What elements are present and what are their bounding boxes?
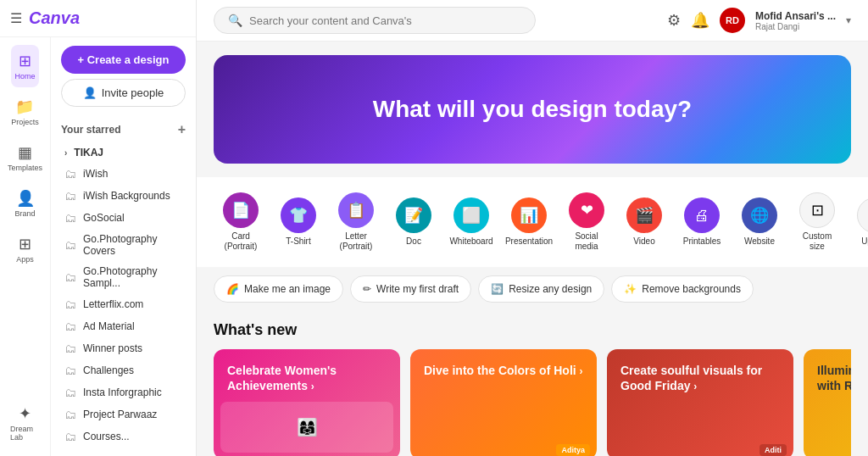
folder-icon: 🗂 (64, 167, 76, 181)
user-chevron-icon[interactable]: ▾ (846, 14, 851, 26)
promo-badge: Aditya (556, 444, 590, 456)
sidebar-item-projects[interactable]: 📁 Projects (8, 91, 42, 133)
folder-label: Project Parwaaz (83, 409, 157, 420)
design-type-upload[interactable]: ☁ Upload (848, 192, 868, 252)
folder-icon: 🗂 (64, 211, 76, 225)
action-buttons: 🌈 Make me an image ✏ Write my first draf… (197, 267, 868, 311)
sidebar-item-dreamlab-label: Dream Lab (10, 425, 40, 442)
promo-card-title: Celebrate Women's Achievements › (227, 363, 387, 394)
sidebar-nav: ⊞ Home 📁 Projects ▦ Templates 👤 Brand ⊞ … (0, 37, 51, 456)
resize-button[interactable]: 🔄 Resize any design (478, 275, 604, 303)
design-type-custom-size[interactable]: ⊡ Custom size (790, 187, 844, 257)
brand-icon: 👤 (16, 189, 35, 208)
design-type-card[interactable]: 📄 Card (Portrait) (214, 187, 268, 257)
presentation-label: Presentation (505, 236, 553, 247)
folder-item-gophotography-sample[interactable]: 🗂 Go.Photography Sampl... (61, 261, 186, 293)
whats-new-title: What's new (214, 321, 851, 339)
promo-card-holi[interactable]: Dive into the Colors of Holi › Aditya (410, 349, 597, 456)
whiteboard-label: Whiteboard (449, 236, 492, 247)
folder-item-gophotography[interactable]: 🗂 Go.Photography Covers (61, 229, 186, 261)
folder-icon: 🗂 (64, 189, 76, 203)
video-label: Video (633, 236, 654, 247)
whiteboard-icon: ⬜ (453, 197, 489, 233)
create-design-button[interactable]: + Create a design (61, 46, 186, 74)
folder-item-letterflix[interactable]: 🗂 Letterflix.com (61, 293, 186, 315)
make-image-button[interactable]: 🌈 Make me an image (214, 275, 343, 303)
folder-list-panel: + Create a design 👤 Invite people Your s… (51, 37, 196, 456)
search-bar[interactable]: 🔍 (214, 7, 536, 34)
sidebar-item-apps[interactable]: ⊞ Apps (13, 228, 37, 270)
design-type-doc[interactable]: 📝 Doc (387, 192, 441, 252)
promo-card-womens[interactable]: Celebrate Women's Achievements › 👩‍👩‍👧 (214, 349, 400, 456)
search-icon: 🔍 (228, 14, 242, 27)
sidebar-buttons: + Create a design 👤 Invite people (51, 37, 196, 115)
notifications-icon[interactable]: 🔔 (691, 11, 709, 30)
folder-item-ad-material[interactable]: 🗂 Ad Material (61, 315, 186, 337)
letter-icon: 📋 (338, 192, 374, 228)
add-starred-button[interactable]: + (178, 122, 186, 137)
folder-item-challenges[interactable]: 🗂 Challenges (61, 359, 186, 381)
hero-banner: What will you design today? (214, 55, 851, 164)
promo-cards-row: Celebrate Women's Achievements › 👩‍👩‍👧 D… (214, 349, 851, 456)
promo-card-preview: 👩‍👩‍👧 (220, 402, 393, 453)
sidebar-item-dreamlab[interactable]: ✦ Dream Lab (7, 398, 43, 448)
avatar: RD (720, 8, 745, 33)
design-type-social-media[interactable]: ❤ Social media (559, 187, 614, 257)
folder-item-gosocial[interactable]: 🗂 GoSocial (61, 207, 186, 229)
folder-item-project-parwaaz[interactable]: 🗂 Project Parwaaz (61, 403, 186, 425)
folder-item-courses[interactable]: 🗂 Courses... (61, 425, 186, 448)
search-input[interactable] (249, 14, 521, 27)
resize-label: Resize any design (509, 283, 592, 295)
folder-icon: 🗂 (64, 430, 76, 443)
custom-size-icon: ⊡ (799, 192, 835, 228)
social-media-icon: ❤ (569, 192, 604, 228)
design-type-presentation[interactable]: 📊 Presentation (502, 192, 556, 252)
folder-item-iwish[interactable]: 🗂 iWish (61, 163, 186, 185)
sidebar-item-home[interactable]: ⊞ Home (11, 45, 38, 87)
sidebar: ☰ Canva ⊞ Home 📁 Projects ▦ Templates 👤 … (0, 0, 197, 456)
design-type-website[interactable]: 🌐 Website (732, 192, 787, 252)
promo-card-title: Create soulful visuals for Good Friday › (620, 363, 780, 394)
sidebar-item-home-label: Home (14, 72, 35, 81)
design-type-tshirt[interactable]: 👕 T-Shirt (271, 192, 326, 252)
design-type-printables[interactable]: 🖨 Printables (675, 192, 729, 252)
templates-icon: ▦ (18, 143, 32, 162)
folder-icon: 🗂 (64, 364, 76, 377)
folder-icon: 🗂 (64, 298, 76, 311)
hamburger-icon[interactable]: ☰ (10, 10, 22, 26)
folder-label: Go.Photography Sampl... (83, 265, 182, 289)
upload-label: Upload (861, 236, 868, 247)
folder-icon: 🗂 (64, 386, 76, 399)
card-portrait-icon: 📄 (223, 192, 259, 228)
apps-icon: ⊞ (19, 235, 31, 253)
website-icon: 🌐 (742, 197, 777, 233)
design-type-whiteboard[interactable]: ⬜ Whiteboard (444, 192, 498, 252)
whats-new-section: What's new Celebrate Women's Achievement… (197, 311, 868, 456)
folder-item-winner-posts[interactable]: 🗂 Winner posts (61, 337, 186, 359)
folder-item-insta-infographic[interactable]: 🗂 Insta Inforgraphic (61, 381, 186, 403)
user-name: Mofid Ansari's ... (755, 10, 836, 22)
letter-label: Letter (Portrait) (334, 231, 378, 252)
folder-label: GoSocial (83, 212, 125, 224)
folder-item-iwish-bg[interactable]: 🗂 iWish Backgrounds (61, 185, 186, 207)
settings-icon[interactable]: ⚙ (667, 11, 681, 30)
write-draft-label: Write my first draft (376, 283, 459, 295)
promo-card-ramadan[interactable]: Illuminate your designs with Ramadan vib… (804, 349, 851, 456)
chevron-icon: › (64, 148, 67, 158)
sidebar-item-brand[interactable]: 👤 Brand (11, 182, 38, 225)
write-draft-button[interactable]: ✏ Write my first draft (350, 275, 471, 303)
promo-card-title: Illuminate your designs with Ramadan vib… (817, 363, 851, 394)
user-info: Mofid Ansari's ... Rajat Dangi (755, 10, 836, 31)
make-image-icon: 🌈 (226, 283, 239, 295)
folder-icon: 🗂 (64, 320, 76, 333)
remove-bg-button[interactable]: ✨ Remove backgrounds (611, 275, 754, 303)
doc-label: Doc (406, 236, 421, 247)
folder-icon: 🗂 (64, 270, 76, 284)
design-type-video[interactable]: 🎬 Video (617, 192, 671, 252)
sidebar-item-templates[interactable]: ▦ Templates (4, 136, 46, 179)
design-type-letter[interactable]: 📋 Letter (Portrait) (329, 187, 383, 257)
invite-people-button[interactable]: 👤 Invite people (61, 79, 186, 107)
promo-card-good-friday[interactable]: Create soulful visuals for Good Friday ›… (607, 349, 793, 456)
folder-item-tikaj[interactable]: › TIKAJ (61, 142, 186, 163)
folder-icon: 🗂 (64, 238, 76, 252)
